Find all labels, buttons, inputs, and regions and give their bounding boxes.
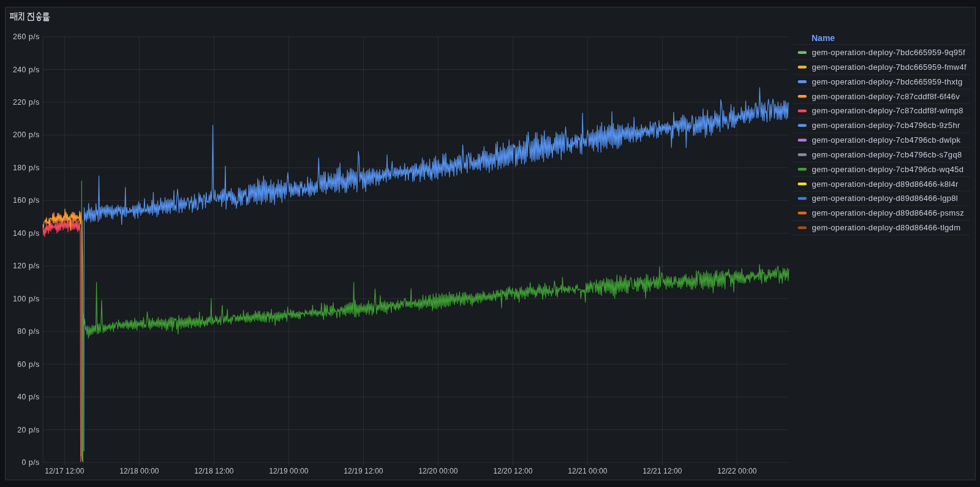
svg-text:140 p/s: 140 p/s [13, 229, 40, 238]
svg-text:gem-operation-deploy-7bdc66595: gem-operation-deploy-7bdc665959-9q95f [812, 48, 965, 57]
svg-text:40 p/s: 40 p/s [17, 393, 39, 401]
svg-text:100 p/s: 100 p/s [13, 295, 40, 303]
svg-text:gem-operation-deploy-7bdc66595: gem-operation-deploy-7bdc665959-thxtg [812, 77, 963, 86]
svg-text:Name: Name [812, 33, 835, 43]
svg-text:gem-operation-deploy-7cb4796cb: gem-operation-deploy-7cb4796cb-dwlpk [812, 135, 961, 145]
svg-text:12/20 00:00: 12/20 00:00 [418, 467, 458, 475]
svg-text:12/20 12:00: 12/20 12:00 [493, 467, 533, 475]
svg-text:12/19 00:00: 12/19 00:00 [269, 467, 309, 475]
svg-text:gem-operation-deploy-d89d86466: gem-operation-deploy-d89d86466-tlgdm [812, 223, 961, 232]
svg-text:12/17 12:00: 12/17 12:00 [45, 467, 85, 475]
svg-text:160 p/s: 160 p/s [13, 196, 40, 205]
svg-text:gem-operation-deploy-7cb4796cb: gem-operation-deploy-7cb4796cb-9z5hr [812, 121, 960, 130]
svg-text:0 p/s: 0 p/s [22, 458, 40, 467]
svg-text:12/18 00:00: 12/18 00:00 [119, 467, 159, 475]
svg-text:gem-operation-deploy-7cb4796cb: gem-operation-deploy-7cb4796cb-s7gq8 [812, 150, 962, 159]
svg-text:220 p/s: 220 p/s [13, 98, 40, 107]
svg-text:gem-operation-deploy-7c87cddf8: gem-operation-deploy-7c87cddf8f-6f46v [812, 92, 960, 101]
svg-text:gem-operation-deploy-7cb4796cb: gem-operation-deploy-7cb4796cb-wq45d [812, 165, 964, 174]
svg-text:120 p/s: 120 p/s [13, 262, 40, 270]
svg-text:200 p/s: 200 p/s [13, 130, 40, 139]
svg-text:20 p/s: 20 p/s [17, 426, 39, 434]
svg-text:12/21 00:00: 12/21 00:00 [568, 467, 608, 475]
svg-text:60 p/s: 60 p/s [17, 360, 39, 369]
svg-text:gem-operation-deploy-d89d86466: gem-operation-deploy-d89d86466-k8l4r [812, 179, 959, 189]
svg-text:gem-operation-deploy-d89d86466: gem-operation-deploy-d89d86466-psmsz [812, 208, 965, 217]
svg-text:gem-operation-deploy-7bdc66595: gem-operation-deploy-7bdc665959-fmw4f [812, 62, 967, 72]
svg-text:240 p/s: 240 p/s [13, 66, 40, 74]
svg-text:12/19 12:00: 12/19 12:00 [344, 467, 383, 475]
svg-text:gem-operation-deploy-d89d86466: gem-operation-deploy-d89d86466-lgp8l [812, 194, 958, 203]
svg-text:260 p/s: 260 p/s [13, 32, 40, 41]
svg-text:80 p/s: 80 p/s [17, 327, 39, 336]
svg-text:12/22 00:00: 12/22 00:00 [717, 467, 757, 475]
svg-text:12/21 12:00: 12/21 12:00 [643, 467, 682, 475]
svg-text:180 p/s: 180 p/s [13, 164, 40, 172]
svg-text:gem-operation-deploy-7c87cddf8: gem-operation-deploy-7c87cddf8f-wlmp8 [812, 106, 963, 115]
svg-text:12/18 12:00: 12/18 12:00 [194, 467, 234, 475]
